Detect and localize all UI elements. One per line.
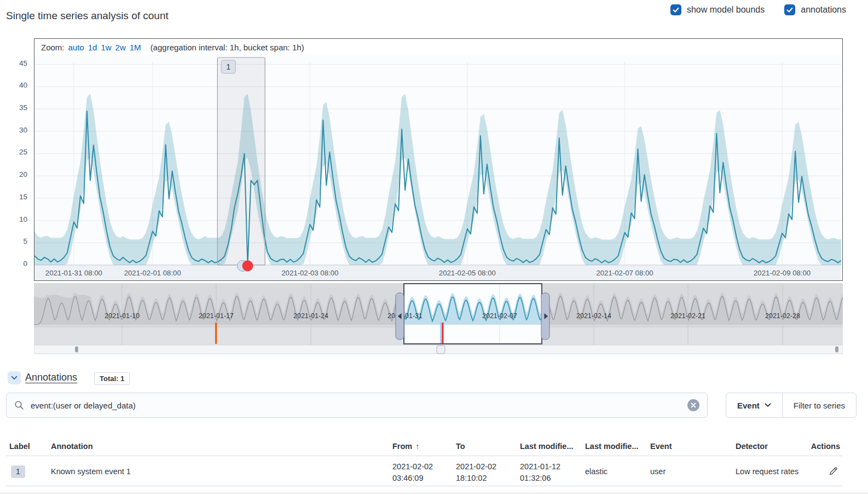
timeseries-plot[interactable]: 12021-01-31 08:002021-02-01 08:002021-02… <box>34 40 841 280</box>
clear-search-button[interactable] <box>687 399 699 411</box>
edit-annotation-button[interactable] <box>828 467 838 476</box>
navigator-tick-label: 2021-02-07 <box>482 312 517 320</box>
chevron-down-icon <box>10 374 18 382</box>
annotation-label-badge: 1 <box>11 465 25 478</box>
table-header-row: Label Annotation From↑ To Last modifie..… <box>6 438 842 456</box>
timeseries-chart-panel: Zoom: auto 1d 1w 2w 1M (aggregation inte… <box>34 38 843 281</box>
y-tick-label: 20 <box>0 170 27 179</box>
search-input[interactable] <box>31 401 687 410</box>
annotation-region[interactable] <box>217 57 265 265</box>
checkbox-checked-icon <box>670 4 681 15</box>
annotations-filter-group: Event Filter to series <box>726 393 857 418</box>
checkbox-checked-icon <box>784 4 795 15</box>
y-tick-label: 30 <box>0 126 27 134</box>
annotation-text: Known system event 1 <box>51 457 131 486</box>
x-tick-label: 2021-01-31 08:00 <box>45 269 102 277</box>
view-controls: show model bounds annotations <box>670 4 846 15</box>
annotation-tick[interactable] <box>215 323 217 344</box>
event-cell: user <box>650 457 666 486</box>
scrollbar-grip[interactable] <box>835 347 838 353</box>
navigator-tick-label: 2021-01-17 <box>199 312 234 320</box>
detector-cell: Low request rates <box>736 457 798 486</box>
checkbox-label: annotations <box>801 5 846 15</box>
page-title: Single time series analysis of count <box>6 10 169 22</box>
y-tick-label: 10 <box>0 215 27 223</box>
chevron-down-icon <box>765 403 771 407</box>
table-bottom-border <box>0 493 868 493</box>
x-tick-label: 2021-02-03 08:00 <box>281 269 338 277</box>
col-event[interactable]: Event <box>650 438 672 455</box>
sort-ascending-icon: ↑ <box>415 442 419 451</box>
navigator-tick-label: 2021-02-21 <box>670 312 705 320</box>
last-modified-by-cell: elastic <box>585 457 607 486</box>
svg-text:1: 1 <box>226 62 230 71</box>
annotations-heading[interactable]: Annotations <box>25 372 77 383</box>
x-tick-label: 2021-02-01 08:00 <box>124 269 181 277</box>
annotations-checkbox[interactable]: annotations <box>784 4 846 15</box>
col-detector[interactable]: Detector <box>736 438 768 455</box>
scrollbar-grip[interactable] <box>75 347 78 353</box>
navigator-tick-label: 2021-01-10 <box>105 312 140 320</box>
col-last-modified-by[interactable]: Last modifie... <box>585 438 639 455</box>
timeline-navigator[interactable]: 2021-01-102021-01-172021-01-242021-01-31… <box>34 283 843 355</box>
checkbox-label: show model bounds <box>687 5 765 15</box>
navigator-tick-label: 2021-01-31 <box>387 312 423 320</box>
annotation-tick[interactable] <box>442 323 444 344</box>
col-annotation[interactable]: Annotation <box>51 438 93 455</box>
show-model-bounds-checkbox[interactable]: show model bounds <box>670 4 765 15</box>
y-tick-label: 0 <box>0 260 27 268</box>
scrollbar-drag-grip[interactable] <box>437 346 445 354</box>
annotations-collapse-button[interactable] <box>8 371 21 384</box>
to-cell: 2021-02-0218:10:02 <box>456 461 496 484</box>
event-filter-label: Event <box>737 401 760 410</box>
col-actions: Actions <box>811 438 840 455</box>
col-label[interactable]: Label <box>9 438 30 455</box>
from-cell: 2021-02-0203:46:09 <box>392 461 433 484</box>
anomaly-marker[interactable] <box>242 261 253 272</box>
annotations-table: Label Annotation From↑ To Last modifie..… <box>6 438 842 486</box>
y-tick-label: 15 <box>0 193 27 201</box>
y-tick-label: 25 <box>0 148 27 156</box>
annotations-total-badge: Total: 1 <box>94 372 130 385</box>
col-from[interactable]: From↑ <box>392 438 420 455</box>
col-last-modified-date[interactable]: Last modifie... <box>520 438 574 455</box>
y-tick-label: 40 <box>0 81 27 89</box>
x-tick-label: 2021-02-05 08:00 <box>439 269 496 277</box>
navigator-tick-label: 2021-02-14 <box>576 312 611 320</box>
filter-to-series-label: Filter to series <box>794 401 845 410</box>
y-tick-label: 5 <box>0 237 27 245</box>
x-tick-label: 2021-02-07 08:00 <box>596 269 653 277</box>
y-tick-label: 35 <box>0 103 27 112</box>
annotations-search-bar[interactable] <box>6 393 708 418</box>
table-row: 1 Known system event 1 2021-02-0203:46:0… <box>6 457 842 486</box>
event-filter-dropdown[interactable]: Event <box>726 393 782 417</box>
pencil-icon <box>828 467 838 476</box>
navigator-tick-label: 2021-02-28 <box>765 312 800 320</box>
navigator-tick-label: 2021-01-24 <box>293 312 328 320</box>
x-tick-label: 2021-02-09 08:00 <box>754 269 811 277</box>
col-to[interactable]: To <box>456 438 465 455</box>
y-tick-label: 45 <box>0 59 27 67</box>
search-icon <box>14 400 24 410</box>
close-icon <box>691 402 696 408</box>
last-modified-date-cell: 2021-01-1201:32:06 <box>520 461 560 484</box>
filter-to-series-button[interactable]: Filter to series <box>783 393 856 417</box>
